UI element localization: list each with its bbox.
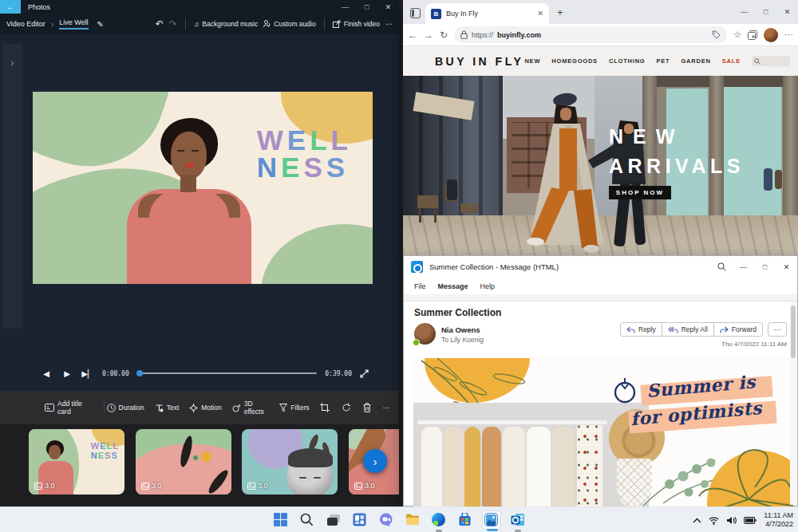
- back-icon[interactable]: ←: [408, 30, 417, 41]
- taskbar-search-button[interactable]: [298, 510, 317, 530]
- reply-button[interactable]: Reply: [620, 322, 662, 337]
- widgets-button[interactable]: [350, 510, 369, 530]
- outlook-button[interactable]: [508, 510, 527, 530]
- timeline-clip-3[interactable]: 3.0: [242, 429, 338, 495]
- timeline-clip-2[interactable]: 3.0: [136, 429, 231, 495]
- maximize-button[interactable]: □: [754, 256, 776, 278]
- forward-button[interactable]: Forward: [713, 322, 763, 337]
- close-button[interactable]: ✕: [377, 0, 399, 14]
- collapsed-sidebar[interactable]: ›: [2, 44, 22, 329]
- shop-now-button[interactable]: SHOP NOW: [609, 186, 671, 199]
- menu-message[interactable]: Message: [438, 282, 468, 290]
- motion-button[interactable]: Motion: [189, 404, 222, 412]
- 3d-effects-button[interactable]: 3D effects: [232, 400, 270, 416]
- new-tab-button[interactable]: +: [557, 6, 563, 18]
- tray-chevron-icon[interactable]: [693, 518, 701, 523]
- minimize-button[interactable]: —: [733, 256, 754, 278]
- play-button[interactable]: ▶: [61, 369, 73, 378]
- forward-icon[interactable]: →: [424, 30, 433, 41]
- redo-icon[interactable]: ↷: [169, 18, 177, 30]
- presence-available-badge: [413, 339, 420, 346]
- scrollbar-thumb[interactable]: [791, 305, 796, 358]
- more-tools-icon[interactable]: ⋯: [383, 404, 390, 412]
- browser-tab[interactable]: B Buy In Fly ✕: [425, 3, 549, 24]
- add-title-card-button[interactable]: Add title card: [45, 400, 91, 416]
- seek-slider[interactable]: [137, 372, 318, 374]
- breadcrumb-video-editor[interactable]: Video Editor: [6, 20, 45, 28]
- search-button[interactable]: [711, 256, 733, 278]
- maximize-button[interactable]: □: [356, 0, 377, 14]
- rotate-icon[interactable]: [342, 403, 351, 412]
- flower-line-illustration: [693, 443, 793, 507]
- delete-icon[interactable]: [363, 403, 371, 412]
- sender-avatar[interactable]: [414, 323, 436, 345]
- chat-button[interactable]: [377, 510, 396, 530]
- more-options-icon[interactable]: ⋯: [385, 20, 393, 28]
- address-bar[interactable]: https://buyinfly.com: [454, 26, 727, 43]
- total-duration: 0:39.00: [325, 370, 352, 377]
- collections-icon[interactable]: [748, 30, 757, 40]
- nav-item-pet[interactable]: PET: [656, 57, 670, 65]
- recipient-line[interactable]: To Lily Koenig: [441, 336, 484, 344]
- outlook-window-title: Summer Collection - Message (HTML): [429, 262, 559, 271]
- edge-button[interactable]: [429, 510, 448, 530]
- site-logo[interactable]: BUY IN FLY: [435, 55, 523, 68]
- minimize-button[interactable]: —: [334, 0, 356, 14]
- background-music-button[interactable]: ♫ Background music: [194, 20, 258, 28]
- next-clips-button[interactable]: ›: [363, 449, 387, 473]
- photos-button[interactable]: [482, 510, 501, 530]
- shopping-settings-icon[interactable]: [712, 30, 721, 39]
- finish-video-button[interactable]: Finish video: [333, 20, 380, 28]
- text-button[interactable]: Text: [155, 404, 180, 412]
- fullscreen-icon[interactable]: [360, 369, 369, 378]
- favorites-icon[interactable]: ☆: [733, 30, 741, 40]
- seek-handle[interactable]: [136, 370, 143, 376]
- filters-button[interactable]: Filters: [279, 404, 309, 412]
- refresh-icon[interactable]: ↻: [440, 30, 448, 41]
- duration-button[interactable]: Duration: [107, 404, 144, 412]
- hero-banner[interactable]: NEW ARRIVALS SHOP NOW: [403, 76, 798, 255]
- reply-all-button[interactable]: Reply All: [662, 322, 714, 337]
- breadcrumb-project[interactable]: Live Well: [59, 18, 88, 30]
- undo-icon[interactable]: ↶: [156, 18, 164, 30]
- taskbar: 11:11 AM 4/7/2022: [0, 506, 798, 532]
- close-tab-icon[interactable]: ✕: [537, 10, 543, 18]
- nav-item-homegoods[interactable]: HOMEGOODS: [551, 57, 598, 65]
- wifi-icon[interactable]: [709, 516, 719, 525]
- more-actions-button[interactable]: ⋯: [768, 322, 787, 337]
- custom-audio-button[interactable]: Custom audio: [263, 20, 315, 28]
- previous-frame-button[interactable]: ◀: [40, 369, 53, 378]
- nav-item-new[interactable]: NEW: [524, 57, 540, 65]
- minimize-button[interactable]: —: [733, 0, 755, 24]
- next-frame-button[interactable]: ▶▏: [81, 369, 94, 378]
- taskbar-clock[interactable]: 11:11 AM 4/7/2022: [764, 511, 793, 530]
- close-button[interactable]: ✕: [776, 256, 797, 278]
- site-search-input[interactable]: [752, 56, 790, 66]
- nav-item-sale[interactable]: SALE: [722, 57, 741, 65]
- back-button[interactable]: ←: [0, 0, 21, 14]
- timeline-clip-1[interactable]: WELL NESS 3.0: [29, 429, 124, 495]
- scrollbar[interactable]: [790, 302, 796, 505]
- 3d-effects-icon: [232, 404, 241, 412]
- close-button[interactable]: ✕: [776, 0, 798, 24]
- browser-menu-icon[interactable]: ⋯: [784, 30, 793, 40]
- crop-icon[interactable]: [320, 403, 330, 412]
- maximize-button[interactable]: □: [755, 0, 776, 24]
- video-preview[interactable]: WELL NESS: [33, 92, 373, 284]
- tab-workspaces-icon[interactable]: [410, 8, 421, 18]
- nav-item-clothing[interactable]: CLOTHING: [609, 57, 646, 65]
- site-favicon: B: [431, 9, 441, 19]
- ribbon-strip: [404, 294, 797, 301]
- menu-help[interactable]: Help: [480, 282, 496, 290]
- sender-name[interactable]: Nia Owens: [441, 325, 480, 334]
- file-explorer-button[interactable]: [403, 510, 422, 530]
- store-button[interactable]: [456, 510, 475, 530]
- volume-icon[interactable]: [726, 516, 737, 525]
- profile-avatar[interactable]: [764, 28, 778, 42]
- menu-file[interactable]: File: [414, 282, 426, 290]
- battery-icon[interactable]: [744, 517, 757, 524]
- nav-item-garden[interactable]: GARDEN: [681, 57, 710, 65]
- start-button[interactable]: [271, 510, 290, 530]
- task-view-button[interactable]: [324, 510, 343, 530]
- rename-project-icon[interactable]: ✎: [97, 20, 104, 29]
